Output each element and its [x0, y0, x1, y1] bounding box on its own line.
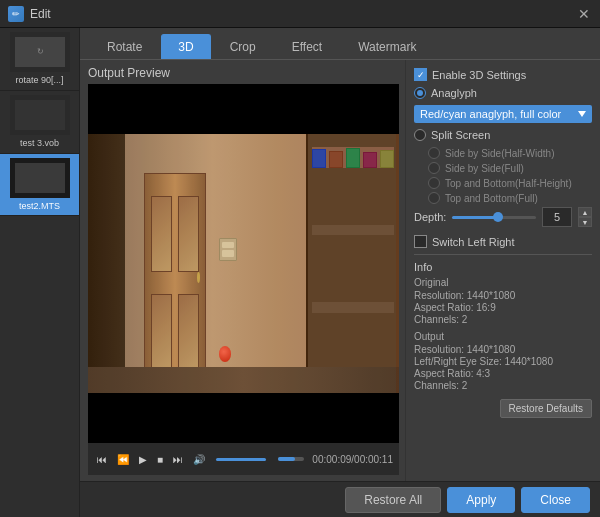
anaglyph-dropdown[interactable]: Red/cyan anaglyph, full color Red/cyan a…	[414, 105, 592, 123]
sub-label-top-full: Top and Bottom(Full)	[445, 193, 538, 204]
tab-rotate[interactable]: Rotate	[90, 34, 159, 59]
file-item-rotate[interactable]: ↻ rotate 90[...]	[0, 28, 79, 91]
tab-crop[interactable]: Crop	[213, 34, 273, 59]
video-container	[88, 84, 399, 443]
enable-3d-checkbox[interactable]	[414, 68, 427, 81]
svg-rect-4	[15, 100, 65, 130]
depth-spin-up[interactable]: ▲	[578, 207, 592, 217]
output-subtitle: Output	[414, 331, 592, 342]
volume-slider[interactable]	[216, 458, 266, 461]
output-channels: Channels: 2	[414, 380, 592, 391]
anaglyph-radio[interactable]	[414, 87, 426, 99]
tab-watermark[interactable]: Watermark	[341, 34, 433, 59]
time-display: 00:00:09/00:00:11	[312, 454, 393, 465]
file-thumb-rotate: ↻	[10, 32, 70, 72]
apply-button[interactable]: Apply	[447, 487, 515, 513]
sub-radio-side-full[interactable]	[428, 162, 440, 174]
depth-spin-down[interactable]: ▼	[578, 217, 592, 227]
original-resolution: Resolution: 1440*1080	[414, 290, 592, 301]
file-name-mts: test2.MTS	[19, 201, 60, 212]
split-screen-radio[interactable]	[414, 129, 426, 141]
content-body: Output Preview	[80, 60, 600, 481]
switch-lr-checkbox[interactable]	[414, 235, 427, 248]
file-name-vob: test 3.vob	[20, 138, 59, 149]
output-aspect: Aspect Ratio: 4:3	[414, 368, 592, 379]
depth-row: Depth: ▲ ▼	[414, 207, 592, 227]
window-close-button[interactable]: ✕	[576, 6, 592, 22]
enable-3d-row: Enable 3D Settings	[414, 68, 592, 81]
anaglyph-label: Anaglyph	[431, 87, 477, 99]
sub-option-side-full: Side by Side(Full)	[428, 162, 592, 174]
video-frame	[88, 84, 399, 443]
sub-option-side-half: Side by Side(Half-Width)	[428, 147, 592, 159]
split-screen-row: Split Screen	[414, 129, 592, 141]
depth-input[interactable]	[542, 207, 572, 227]
sub-radio-side-half[interactable]	[428, 147, 440, 159]
sub-radio-top-full[interactable]	[428, 192, 440, 204]
original-subtitle: Original	[414, 277, 592, 288]
output-resolution: Resolution: 1440*1080	[414, 344, 592, 355]
main-layout: ↻ rotate 90[...] test 3.vob test2.MTS Ro…	[0, 28, 600, 517]
anaglyph-row: Anaglyph	[414, 87, 592, 99]
tab-3d[interactable]: 3D	[161, 34, 210, 59]
app-icon: ✏	[8, 6, 24, 22]
file-item-mts[interactable]: test2.MTS	[0, 154, 79, 217]
file-thumb-vob	[10, 95, 70, 135]
next-frame-button[interactable]: ⏭	[170, 452, 186, 467]
original-aspect: Aspect Ratio: 16:9	[414, 302, 592, 313]
settings-panel: Enable 3D Settings Anaglyph Red/cyan ana…	[405, 60, 600, 481]
sub-label-side-full: Side by Side(Full)	[445, 163, 524, 174]
progress-bar[interactable]	[278, 457, 304, 461]
svg-text:↻: ↻	[36, 47, 43, 56]
restore-all-button[interactable]: Restore All	[345, 487, 441, 513]
enable-3d-label: Enable 3D Settings	[432, 69, 526, 81]
rewind-button[interactable]: ⏪	[114, 452, 132, 467]
file-item-vob[interactable]: test 3.vob	[0, 91, 79, 154]
info-title: Info	[414, 261, 592, 273]
svg-rect-6	[15, 163, 65, 193]
preview-label: Output Preview	[88, 66, 399, 80]
original-channels: Channels: 2	[414, 314, 592, 325]
controls-bar: ⏮ ⏪ ▶ ■ ⏭ 🔊 00:00:09/00:00:11	[88, 443, 399, 475]
sub-radio-top-half[interactable]	[428, 177, 440, 189]
restore-defaults-button[interactable]: Restore Defaults	[500, 399, 592, 418]
file-list: ↻ rotate 90[...] test 3.vob test2.MTS	[0, 28, 80, 517]
stop-button[interactable]: ■	[154, 452, 166, 467]
content-area: Rotate 3D Crop Effect Watermark Output P…	[80, 28, 600, 517]
info-section: Info Original Resolution: 1440*1080 Aspe…	[414, 254, 592, 391]
depth-slider[interactable]	[452, 216, 536, 219]
tabs-bar: Rotate 3D Crop Effect Watermark	[80, 28, 600, 60]
switch-lr-label: Switch Left Right	[432, 236, 515, 248]
titlebar: ✏ Edit ✕	[0, 0, 600, 28]
bottom-bar: Restore All Apply Close	[80, 481, 600, 517]
sub-option-top-full: Top and Bottom(Full)	[428, 192, 592, 204]
tab-effect[interactable]: Effect	[275, 34, 339, 59]
depth-spin: ▲ ▼	[578, 207, 592, 227]
sub-label-side-half: Side by Side(Half-Width)	[445, 148, 554, 159]
file-thumb-mts	[10, 158, 70, 198]
prev-frame-button[interactable]: ⏮	[94, 452, 110, 467]
sub-label-top-half: Top and Bottom(Half-Height)	[445, 178, 572, 189]
anaglyph-dropdown-wrapper: Red/cyan anaglyph, full color Red/cyan a…	[414, 105, 592, 123]
depth-slider-thumb	[493, 212, 503, 222]
switch-lr-row: Switch Left Right	[414, 235, 592, 248]
split-screen-label: Split Screen	[431, 129, 490, 141]
sub-option-top-half: Top and Bottom(Half-Height)	[428, 177, 592, 189]
preview-area: Output Preview	[80, 60, 405, 481]
file-name-rotate: rotate 90[...]	[15, 75, 63, 86]
progress-filled	[278, 457, 295, 461]
window-title: Edit	[30, 7, 576, 21]
output-eye-size: Left/Right Eye Size: 1440*1080	[414, 356, 592, 367]
volume-button[interactable]: 🔊	[190, 452, 208, 467]
video-inner	[88, 84, 399, 443]
play-button[interactable]: ▶	[136, 452, 150, 467]
close-button[interactable]: Close	[521, 487, 590, 513]
depth-label: Depth:	[414, 211, 446, 223]
